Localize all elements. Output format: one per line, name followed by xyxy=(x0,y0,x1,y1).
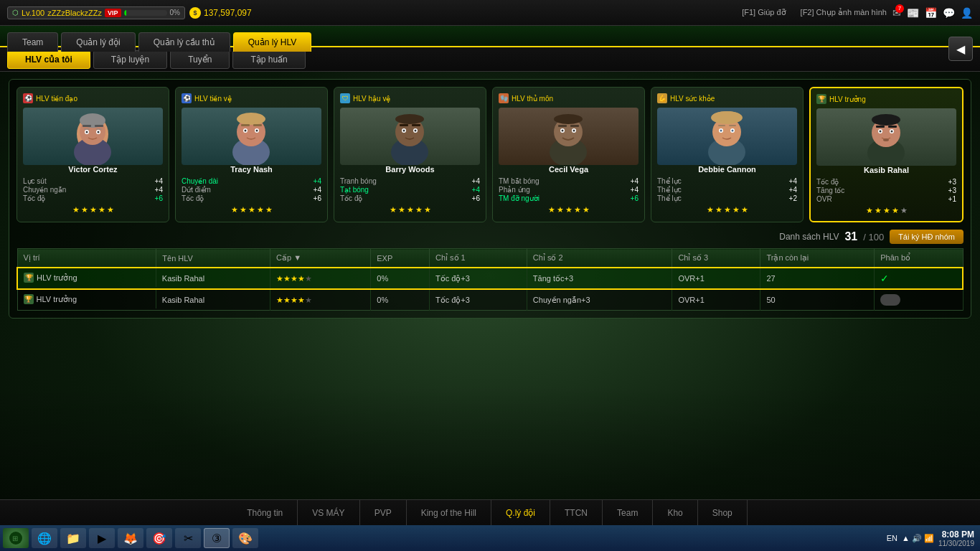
nav-pvp[interactable]: PVP xyxy=(360,500,407,525)
coach-face-svg-kasib xyxy=(863,110,910,166)
nav-vs-may[interactable]: VS MÁY xyxy=(298,500,359,525)
role-text: HLV tiền vệ xyxy=(194,95,232,103)
coaches-container: ⚽ HLV tiền đạo xyxy=(9,79,971,319)
coach-name: Debbie Cannon xyxy=(657,165,797,174)
sub-tab-tuyen[interactable]: Tuyển xyxy=(170,50,230,69)
coach-face-svg-debbie xyxy=(704,109,750,165)
clock-time: 8:08 PM xyxy=(938,529,974,540)
taskbar-explorer[interactable]: 📁 xyxy=(60,528,86,548)
coach-photo-barry xyxy=(340,108,480,165)
nav-q-ly-doi[interactable]: Q.lý đội xyxy=(491,500,550,525)
row-exp: 0% xyxy=(371,268,430,289)
coach-card-debbie-cannon[interactable]: 💪 HLV sức khỏe xyxy=(651,87,804,222)
screenshot-text[interactable]: [F2] Chụp ảnh màn hình xyxy=(801,8,887,17)
nav-thong-tin[interactable]: Thông tin xyxy=(232,500,298,525)
gold-amount: 137,597,097 xyxy=(204,8,252,18)
taskbar-app1[interactable]: 🎯 xyxy=(146,528,172,548)
row-name: Kasib Rahal xyxy=(156,289,270,311)
hlv-separator: / 100 xyxy=(863,232,884,242)
row-role-icon: 🏆 xyxy=(24,294,34,304)
coach-photo-kasib xyxy=(816,108,956,166)
svg-rect-21 xyxy=(253,124,262,126)
locale-label: EN xyxy=(887,534,897,542)
toggle-off[interactable] xyxy=(880,294,900,306)
svg-point-28 xyxy=(415,130,417,132)
coach-face-svg-tracy xyxy=(228,109,275,165)
coach-role-label: ⚽ HLV tiền đạo xyxy=(23,93,163,103)
coach-name: Tracy Nash xyxy=(182,165,321,174)
svg-rect-9 xyxy=(96,128,102,130)
nav-ttcn[interactable]: TTCN xyxy=(550,500,603,525)
bottom-nav: Thông tin VS MÁY PVP King of the Hill Q.… xyxy=(0,499,980,525)
row-matches: 27 xyxy=(760,268,875,289)
coach-card-kasib-rahal[interactable]: 🏆 HLV trưởng xyxy=(809,87,963,222)
active-tab-bar: Team Quản lý đội Quản lý cầu thủ Quản lý… xyxy=(0,26,980,47)
tab-quan-ly-cau-thu[interactable]: Quản lý cầu thủ xyxy=(138,32,230,52)
taskbar-app2[interactable]: ✂ xyxy=(175,528,201,548)
nav-kho[interactable]: Kho xyxy=(653,500,697,525)
taskbar-firefox[interactable]: 🦊 xyxy=(118,528,143,548)
coach-card-barry-woods[interactable]: 🛡 HLV hậu vệ xyxy=(334,87,486,222)
profile-icon[interactable]: 👤 xyxy=(961,7,973,19)
chat-icon[interactable]: 💬 xyxy=(943,7,955,19)
svg-rect-11 xyxy=(95,125,103,127)
calendar-icon[interactable]: 📅 xyxy=(925,7,937,19)
coach-name: Cecil Vega xyxy=(499,165,639,174)
taskbar-right: EN ▲ 🔊 📶 8:08 PM 11/30/2019 xyxy=(887,529,977,547)
start-button[interactable]: ⊞ xyxy=(3,528,29,548)
row-stat3: OVR+1 xyxy=(672,268,760,289)
mail-icon[interactable]: ✉ 7 xyxy=(892,7,901,19)
coach-photo-tracy xyxy=(182,108,321,165)
col-stat3: Chỉ số 3 xyxy=(672,249,760,268)
tab-team[interactable]: Team xyxy=(7,32,58,52)
news-icon[interactable]: 📰 xyxy=(907,7,919,19)
taskbar-app3[interactable]: 🎨 xyxy=(232,528,258,548)
svg-point-36 xyxy=(562,130,564,132)
topbar-right: ✉ 7 📰 📅 💬 👤 xyxy=(892,7,973,19)
coach-card-cecil-vega[interactable]: 🧤 HLV thủ môn xyxy=(492,87,645,222)
sub-tab-tap-huan[interactable]: Tập huấn xyxy=(232,50,305,69)
row-name: Kasib Rahal xyxy=(156,268,270,289)
sub-tab-hlv-cua-toi[interactable]: HLV của tôi xyxy=(7,50,90,69)
row-exp: 0% xyxy=(371,289,430,311)
taskbar-media[interactable]: ▶ xyxy=(89,528,115,548)
coach-role-label: ⚽ HLV tiền vệ xyxy=(182,93,321,103)
table-row[interactable]: 🏆 HLV trưởng Kasib Rahal ★★★★★ 0% Tốc độ… xyxy=(17,289,963,311)
svg-point-19 xyxy=(256,130,258,132)
nav-shop[interactable]: Shop xyxy=(698,500,748,525)
taskbar-ie[interactable]: 🌐 xyxy=(32,528,57,548)
coach-role-label: 🛡 HLV hậu vệ xyxy=(340,93,480,103)
coach-photo-cecil xyxy=(499,108,639,165)
svg-rect-20 xyxy=(241,124,250,126)
sub-tab-tap-luyen[interactable]: Tập luyện xyxy=(93,50,167,69)
nav-king-of-hill[interactable]: King of the Hill xyxy=(407,500,491,525)
svg-rect-10 xyxy=(83,125,91,127)
tab-quan-ly-hlv[interactable]: Quản lý HLV xyxy=(233,32,311,52)
contract-button[interactable]: Tái ký HĐ nhóm xyxy=(890,230,963,244)
nav-team[interactable]: Team xyxy=(603,500,653,525)
svg-rect-48 xyxy=(718,125,725,126)
svg-rect-39 xyxy=(570,125,579,127)
col-name: Tên HLV xyxy=(156,249,270,268)
coach-stats: Tốc độ+3 Tăng tốc+3 OVR+1 xyxy=(816,178,956,203)
table-header-row: Vị trí Tên HLV Cấp ▼ EXP Chỉ số 1 Chỉ số… xyxy=(17,249,963,268)
svg-text:⊞: ⊞ xyxy=(12,534,18,542)
svg-rect-8 xyxy=(84,128,90,130)
coach-card-tracy-nash[interactable]: ⚽ HLV tiền vệ xyxy=(175,87,328,222)
tab-quan-ly-doi[interactable]: Quản lý đội xyxy=(61,32,135,52)
back-button[interactable]: ◀ xyxy=(948,37,973,61)
coach-role-label: 💪 HLV sức khỏe xyxy=(657,93,797,103)
row-assign[interactable]: ✓ xyxy=(875,268,963,289)
row-assign[interactable] xyxy=(875,289,963,311)
role-icon-fitness: 💪 xyxy=(657,93,667,103)
table-row[interactable]: 🏆 HLV trưởng Kasib Rahal ★★★★★ 0% Tốc độ… xyxy=(17,268,963,289)
taskbar-game[interactable]: ③ xyxy=(204,528,230,548)
svg-point-55 xyxy=(880,131,882,133)
coach-card-victor-cortez[interactable]: ⚽ HLV tiền đạo xyxy=(17,87,169,222)
svg-rect-49 xyxy=(729,125,736,126)
clock-date: 11/30/2019 xyxy=(938,540,974,547)
svg-point-6 xyxy=(86,131,88,133)
coach-stats: Chuyền dài+4 Dứt điểm+4 Tốc độ+6 xyxy=(182,177,321,202)
svg-point-24 xyxy=(395,114,424,124)
help-text[interactable]: [F1] Giúp đỡ xyxy=(742,8,786,17)
